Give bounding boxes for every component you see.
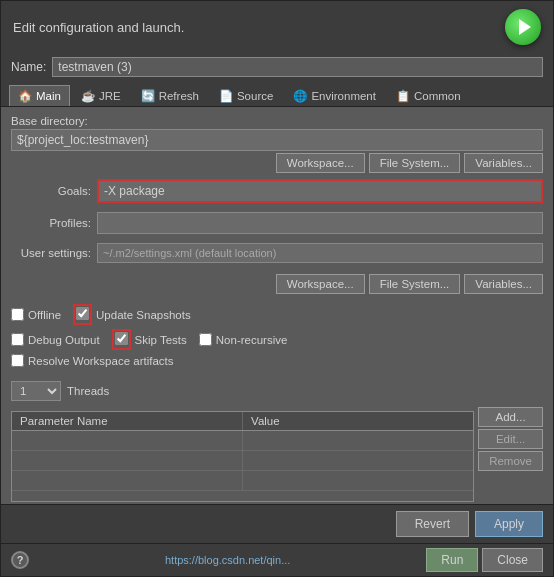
workspace-btn-2[interactable]: Workspace... — [276, 274, 365, 294]
parameter-table-section: Parameter Name Value — [11, 407, 543, 502]
threads-label: Threads — [67, 385, 109, 397]
goals-input[interactable] — [99, 181, 541, 201]
jre-tab-icon: ☕ — [81, 89, 95, 103]
tab-common[interactable]: 📋 Common — [387, 85, 470, 106]
offline-label: Offline — [28, 309, 61, 321]
resolve-workspace-checkbox[interactable] — [11, 354, 24, 367]
tab-main-label: Main — [36, 90, 61, 102]
checkbox-row-2: Debug Output Skip Tests Non-recursive — [11, 329, 543, 350]
update-snapshots-label: Update Snapshots — [96, 309, 191, 321]
table-col-param: Parameter Name — [12, 412, 243, 430]
resolve-workspace-label: Resolve Workspace artifacts — [28, 355, 174, 367]
skip-tests-highlight — [112, 329, 131, 350]
non-recursive-checkbox-item: Non-recursive — [199, 333, 288, 346]
common-tab-icon: 📋 — [396, 89, 410, 103]
profiles-row: Profiles: — [11, 212, 543, 234]
offline-checkbox[interactable] — [11, 308, 24, 321]
table-row[interactable] — [12, 451, 473, 471]
refresh-tab-icon: 🔄 — [141, 89, 155, 103]
file-system-btn-1[interactable]: File System... — [369, 153, 461, 173]
footer-buttons: Revert Apply — [1, 504, 553, 543]
bottom-bar: ? https://blog.csdn.net/qin... Run Close — [1, 543, 553, 576]
source-tab-icon: 📄 — [219, 89, 233, 103]
tab-environment[interactable]: 🌐 Environment — [284, 85, 385, 106]
name-label: Name: — [11, 60, 46, 74]
close-button[interactable]: Close — [482, 548, 543, 572]
environment-tab-icon: 🌐 — [293, 89, 307, 103]
tabs-bar: 🏠 Main ☕ JRE 🔄 Refresh 📄 Source 🌐 Enviro… — [1, 83, 553, 107]
threads-select[interactable]: 1 2 4 — [11, 381, 61, 401]
base-directory-btn-row: Workspace... File System... Variables... — [11, 153, 543, 173]
apply-button[interactable]: Apply — [475, 511, 543, 537]
skip-tests-checkbox[interactable] — [115, 332, 128, 345]
tab-common-label: Common — [414, 90, 461, 102]
tab-source-label: Source — [237, 90, 273, 102]
file-system-btn-2[interactable]: File System... — [369, 274, 461, 294]
remove-button[interactable]: Remove — [478, 451, 543, 471]
edit-button[interactable]: Edit... — [478, 429, 543, 449]
skip-tests-label: Skip Tests — [135, 334, 187, 346]
table-cell-value — [243, 471, 473, 490]
tab-jre[interactable]: ☕ JRE — [72, 85, 130, 106]
tab-refresh[interactable]: 🔄 Refresh — [132, 85, 208, 106]
name-input[interactable] — [52, 57, 543, 77]
goals-label: Goals: — [11, 185, 91, 197]
dialog: Edit configuration and launch. Name: 🏠 M… — [0, 0, 554, 577]
table-cell-value — [243, 451, 473, 470]
table-row[interactable] — [12, 471, 473, 491]
scroll-container: Base directory: Workspace... File System… — [1, 107, 553, 504]
tab-environment-label: Environment — [311, 90, 376, 102]
parameter-table: Parameter Name Value — [11, 411, 474, 502]
table-cell-value — [243, 431, 473, 450]
run-button[interactable]: Run — [426, 548, 478, 572]
threads-row: 1 2 4 Threads — [11, 381, 543, 401]
bottom-run-buttons: Run Close — [426, 548, 543, 572]
tab-jre-label: JRE — [99, 90, 121, 102]
base-directory-section: Base directory: Workspace... File System… — [11, 115, 543, 173]
checkbox-row-1: Offline Update Snapshots — [11, 304, 543, 325]
run-icon-button[interactable] — [505, 9, 541, 45]
user-settings-label: User settings: — [11, 247, 91, 259]
table-header: Parameter Name Value — [12, 412, 473, 431]
profiles-label: Profiles: — [11, 217, 91, 229]
tab-source[interactable]: 📄 Source — [210, 85, 282, 106]
profiles-input[interactable] — [97, 212, 543, 234]
tab-refresh-label: Refresh — [159, 90, 199, 102]
base-directory-label: Base directory: — [11, 115, 543, 127]
table-cell-param — [12, 471, 243, 490]
user-settings-row: User settings: — [11, 243, 543, 263]
non-recursive-checkbox[interactable] — [199, 333, 212, 346]
bottom-link[interactable]: https://blog.csdn.net/qin... — [165, 554, 290, 566]
update-snapshots-checkbox[interactable] — [76, 307, 89, 320]
user-settings-btn-row: Workspace... File System... Variables... — [11, 274, 543, 294]
non-recursive-label: Non-recursive — [216, 334, 288, 346]
table-row[interactable] — [12, 431, 473, 451]
add-button[interactable]: Add... — [478, 407, 543, 427]
variables-btn-1[interactable]: Variables... — [464, 153, 543, 173]
variables-btn-2[interactable]: Variables... — [464, 274, 543, 294]
user-settings-input[interactable] — [97, 243, 543, 263]
offline-checkbox-item: Offline — [11, 308, 61, 321]
debug-output-checkbox-item: Debug Output — [11, 333, 100, 346]
checkbox-row-3: Resolve Workspace artifacts — [11, 354, 543, 367]
goals-wrapper — [97, 179, 543, 203]
skip-tests-checkbox-item: Skip Tests — [112, 329, 187, 350]
help-icon[interactable]: ? — [11, 551, 29, 569]
table-body — [12, 431, 473, 501]
table-actions: Add... Edit... Remove — [478, 407, 543, 471]
base-directory-input[interactable] — [11, 129, 543, 151]
main-tab-icon: 🏠 — [18, 89, 32, 103]
revert-button[interactable]: Revert — [396, 511, 469, 537]
resolve-workspace-checkbox-item: Resolve Workspace artifacts — [11, 354, 174, 367]
content-area: Base directory: Workspace... File System… — [1, 107, 553, 504]
tab-main[interactable]: 🏠 Main — [9, 85, 70, 106]
name-row: Name: — [1, 53, 553, 83]
dialog-header: Edit configuration and launch. — [1, 1, 553, 53]
update-snapshots-highlight — [73, 304, 92, 325]
checkboxes-section: Offline Update Snapshots Debug Output — [11, 304, 543, 367]
debug-output-label: Debug Output — [28, 334, 100, 346]
update-snapshots-checkbox-item: Update Snapshots — [73, 304, 191, 325]
table-cell-param — [12, 431, 243, 450]
debug-output-checkbox[interactable] — [11, 333, 24, 346]
workspace-btn-1[interactable]: Workspace... — [276, 153, 365, 173]
